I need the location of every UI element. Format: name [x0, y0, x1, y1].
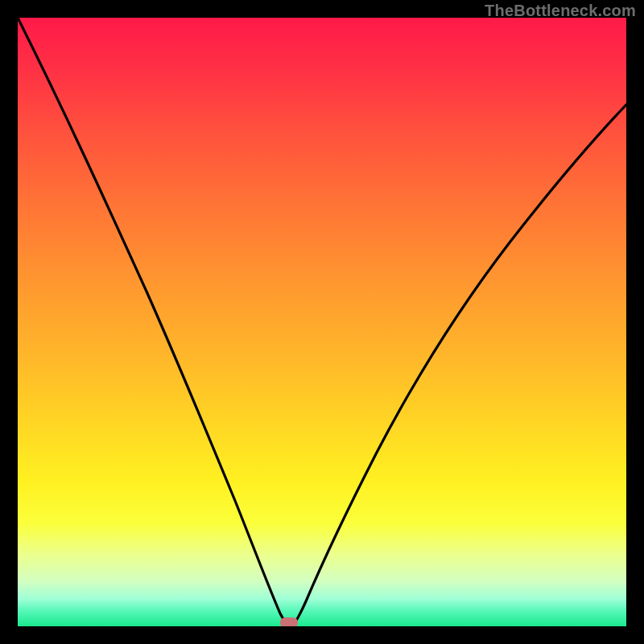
plot-area	[18, 18, 626, 626]
chart-frame: TheBottleneck.com	[0, 0, 644, 644]
bottleneck-curve	[18, 18, 626, 625]
min-marker	[280, 617, 298, 626]
curve-layer	[18, 18, 626, 626]
